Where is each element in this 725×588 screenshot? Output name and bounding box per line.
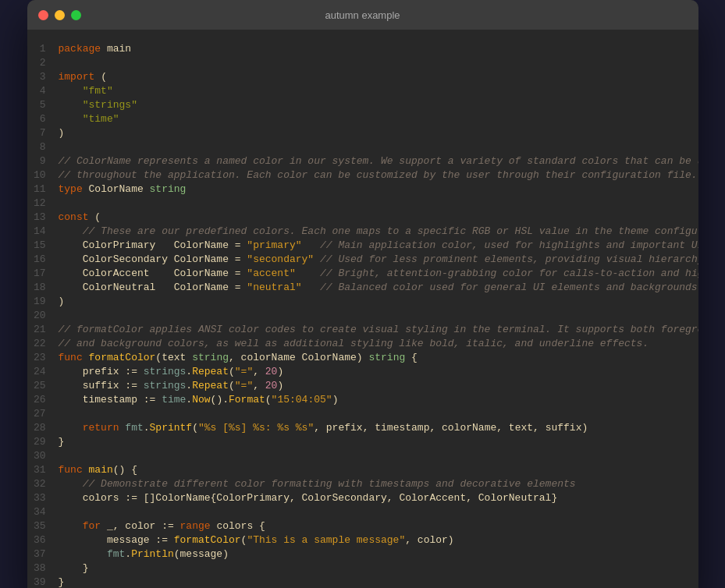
code-line: 34 [27, 505, 698, 519]
code-line: 30 [27, 449, 698, 463]
code-line: 35 for _, color := range colors { [27, 519, 698, 533]
code-line: 33 colors := []ColorName{ColorPrimary, C… [27, 491, 698, 505]
code-line: 29 } [27, 435, 698, 449]
code-line: 18 ColorNeutral ColorName = "neutral" //… [27, 281, 698, 295]
code-line: 8 [27, 140, 698, 154]
code-line: 5 "strings" [27, 98, 698, 112]
code-line: 15 ColorPrimary ColorName = "primary" //… [27, 239, 698, 253]
code-line: 19 ) [27, 295, 698, 309]
code-line: 28 return fmt.Sprintf("%s [%s] %s: %s %s… [27, 421, 698, 435]
code-line: 22 // and background colors, as well as … [27, 337, 698, 351]
code-line: 23 func formatColor(text string, colorNa… [27, 351, 698, 365]
maximize-button[interactable] [71, 10, 81, 20]
code-line: 38 } [27, 561, 698, 576]
code-line: 16 ColorSecondary ColorName = "secondary… [27, 253, 698, 267]
traffic-lights [38, 10, 81, 20]
minimize-button[interactable] [55, 10, 65, 20]
code-line: 13 const ( [27, 211, 698, 225]
code-line: 25 suffix := strings.Repeat("=", 20) [27, 379, 698, 393]
code-line: 21 // formatColor applies ANSI color cod… [27, 323, 698, 337]
code-line: 1 package main [27, 42, 698, 56]
code-line: 12 [27, 197, 698, 211]
code-line: 37 fmt.Println(message) [27, 547, 698, 561]
window-title: autumn example [325, 9, 400, 21]
code-line: 4 "fmt" [27, 84, 698, 98]
code-editor: 1 package main 2 3 import ( 4 "fmt" 5 "s… [27, 30, 698, 588]
code-line: 14 // These are our predefined colors. E… [27, 225, 698, 239]
code-line: 7 ) [27, 126, 698, 140]
code-line: 32 // Demonstrate different color format… [27, 477, 698, 491]
code-line: 9 // ColorName represents a named color … [27, 154, 698, 168]
code-line: 27 [27, 407, 698, 421]
titlebar: autumn example [27, 0, 698, 30]
code-line: 36 message := formatColor("This is a sam… [27, 533, 698, 547]
code-line: 2 [27, 56, 698, 70]
code-line: 10 // throughout the application. Each c… [27, 168, 698, 182]
code-line: 3 import ( [27, 70, 698, 84]
code-line: 17 ColorAccent ColorName = "accent" // B… [27, 267, 698, 281]
code-line: 24 prefix := strings.Repeat("=", 20) [27, 365, 698, 379]
code-line: 31 func main() { [27, 463, 698, 477]
code-line: 11 type ColorName string [27, 182, 698, 197]
code-line: 39 } [27, 576, 698, 588]
close-button[interactable] [38, 10, 48, 20]
code-line: 20 [27, 309, 698, 323]
code-line: 26 timestamp := time.Now().Format("15:04… [27, 393, 698, 407]
code-line: 6 "time" [27, 112, 698, 126]
code-window: autumn example 1 package main 2 3 import… [27, 0, 698, 588]
